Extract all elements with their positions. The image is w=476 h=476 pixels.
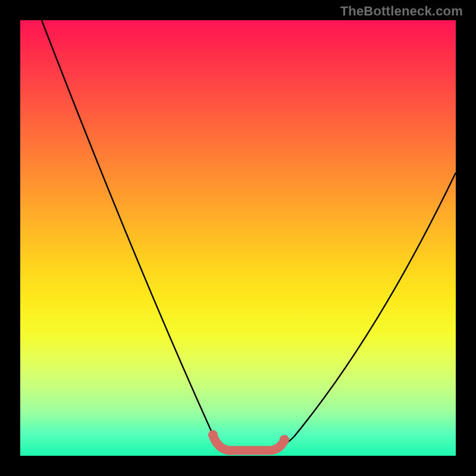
bottleneck-curve bbox=[20, 20, 456, 456]
highlight-end-right bbox=[280, 435, 289, 444]
highlight-plateau bbox=[213, 436, 284, 450]
curve-right-branch bbox=[270, 173, 456, 450]
highlight-end-left bbox=[208, 430, 218, 440]
plot-area bbox=[20, 20, 456, 456]
chart-frame: TheBottleneck.com bbox=[0, 0, 476, 476]
curve-left-branch bbox=[42, 20, 228, 450]
watermark-text: TheBottleneck.com bbox=[340, 4, 463, 19]
